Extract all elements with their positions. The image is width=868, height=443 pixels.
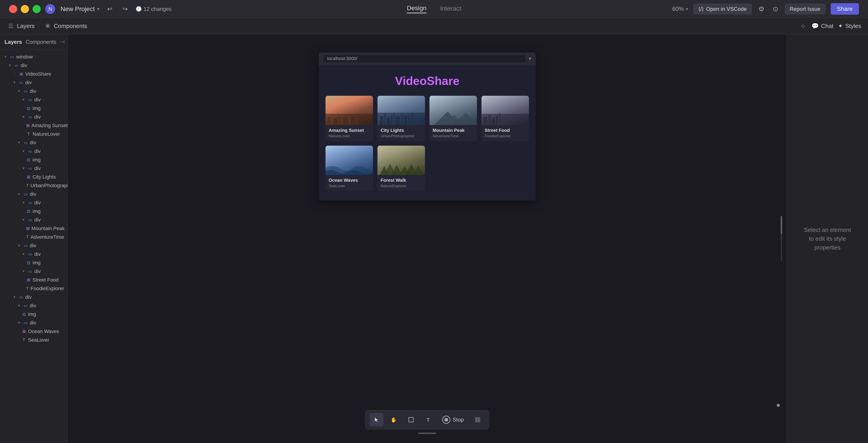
layer-item[interactable]: ▼ ▭ div (0, 241, 68, 250)
frame-tool-button[interactable] (404, 413, 418, 427)
layer-item[interactable]: T AdventureTime (0, 233, 68, 241)
share-button[interactable]: Share (831, 3, 859, 15)
video-card[interactable]: City Lights UrbanPhotographer (377, 96, 425, 141)
app-content: VideoShare (319, 65, 536, 201)
video-thumbnail (482, 96, 529, 125)
image-icon: ⊡ (26, 106, 31, 111)
report-issue-button[interactable]: Report Issue (785, 4, 825, 14)
tab-interact[interactable]: Interact (440, 5, 461, 13)
github-icon[interactable]: ⊙ (771, 4, 780, 14)
project-name[interactable]: New Project ▾ (61, 5, 99, 13)
frame-icon: ▭ (24, 192, 28, 197)
layer-item[interactable]: ▼ ▭ div (0, 87, 68, 96)
layer-item[interactable]: ▼ ▭ div (0, 164, 68, 173)
layer-item[interactable]: ⊞ Amazing Sunset (0, 121, 68, 130)
layer-label: div (34, 148, 41, 154)
zoom-control[interactable]: 60% ▾ (672, 5, 688, 12)
layer-item[interactable]: ▼ ▭ div (0, 199, 68, 207)
frame-icon (408, 417, 414, 423)
layer-item[interactable]: ⊡ img (0, 207, 68, 216)
layer-item[interactable]: ▼ ▭ div (0, 318, 68, 327)
redo-button[interactable]: ↪ (120, 4, 130, 14)
hand-tool-button[interactable]: ✋ (387, 413, 401, 427)
svg-rect-40 (476, 418, 479, 421)
crop-tool-button[interactable] (471, 413, 485, 427)
text-icon: T (26, 183, 29, 188)
layer-item[interactable]: ⊞ City Lights (0, 173, 68, 181)
sidebar-tab-components[interactable]: Components (26, 38, 56, 46)
layer-item[interactable]: ▼ ▭ div (0, 250, 68, 259)
open-vscode-button[interactable]: ⟨/⟩ Open in VSCode (693, 4, 752, 14)
layer-item[interactable]: T SeaLover (0, 336, 68, 344)
layer-item[interactable]: ⊡ img (0, 310, 68, 318)
layer-item[interactable]: ▼ ▭ div (0, 138, 68, 147)
layer-item[interactable]: ▼ ▭ div (0, 78, 68, 87)
layer-label: div (21, 63, 27, 68)
layer-label: UrbanPhotographer (31, 183, 68, 189)
image-icon: ⊡ (26, 158, 31, 162)
video-card[interactable]: Forest Walk NatureExplorer (377, 146, 425, 191)
layer-item[interactable]: ▼ ▭ div (0, 96, 68, 104)
chat-button[interactable]: 💬 Chat (811, 23, 833, 30)
chevron-down-icon: ▼ (22, 149, 25, 153)
video-title: Ocean Waves (329, 178, 370, 183)
video-info: Forest Walk NatureExplorer (377, 175, 425, 191)
layer-label: div (34, 217, 41, 223)
minimize-button[interactable] (21, 5, 29, 13)
layer-item[interactable]: ▼ ▭ div (0, 147, 68, 156)
text-icon: ⊞ (22, 329, 26, 334)
layer-item[interactable]: ▼ ▭ div (0, 113, 68, 121)
sidebar-collapse-button[interactable]: ⊣ (60, 39, 65, 45)
video-title: Mountain Peak (433, 128, 474, 133)
frame-icon: ▭ (28, 149, 33, 154)
layer-item[interactable]: ⊡ img (0, 104, 68, 113)
components-icon[interactable]: ❋ (44, 21, 52, 31)
layer-label: img (33, 208, 40, 214)
layer-label: div (34, 166, 41, 171)
styles-button[interactable]: ✦ Styles (838, 23, 861, 30)
svg-rect-14 (391, 115, 393, 125)
layer-item[interactable]: ⊞ Mountain Peak (0, 224, 68, 233)
toolbar-right: ⊹ 💬 Chat ✦ Styles (799, 21, 861, 31)
video-card[interactable]: Street Food FoodieExplorer (482, 96, 529, 141)
layer-item[interactable]: ▼ ▭ div (0, 216, 68, 224)
layer-item[interactable]: ▼ ▭ div (0, 301, 68, 310)
layers-icon[interactable]: ☰ (7, 21, 15, 31)
undo-button[interactable]: ↩ (105, 4, 115, 14)
layer-item[interactable]: ▼ ▭ div (0, 293, 68, 301)
layer-item[interactable]: ⊡ img (0, 156, 68, 164)
fullscreen-button[interactable] (33, 5, 41, 13)
layer-item[interactable]: ⊞ Ocean Waves (0, 327, 68, 336)
target-icon[interactable]: ⊹ (799, 21, 807, 31)
chevron-down-icon: ▼ (22, 166, 25, 170)
svg-rect-13 (387, 117, 390, 125)
sidebar-tab-layers[interactable]: Layers (4, 38, 22, 46)
settings-icon[interactable]: ⚙ (757, 4, 766, 14)
layer-item[interactable]: ⊞ Street Food (0, 276, 68, 284)
layer-label: div (34, 114, 41, 120)
tab-design[interactable]: Design (407, 4, 427, 13)
layer-item[interactable]: ▼ ▭ div (0, 190, 68, 199)
text-tool-button[interactable]: T (421, 413, 435, 427)
layers-label: Layers (17, 23, 35, 30)
layer-item[interactable]: T UrbanPhotographer (0, 181, 68, 190)
cursor-tool-button[interactable] (370, 413, 383, 427)
image-icon: ⊡ (26, 209, 31, 214)
video-card[interactable]: Ocean Waves SeaLover (326, 146, 373, 191)
video-info: Mountain Peak AdventureTime (430, 125, 477, 141)
scrollbar-thumb[interactable] (781, 216, 782, 234)
close-button[interactable] (9, 5, 17, 13)
video-grid: Amazing Sunset NatureLover (326, 96, 529, 191)
video-card[interactable]: Mountain Peak AdventureTime (430, 96, 477, 141)
layer-item[interactable]: T NatureLover (0, 130, 68, 138)
layer-item[interactable]: ▼ ▭ div (0, 267, 68, 276)
layer-item[interactable]: ▼ ▭ window (0, 53, 68, 61)
canvas-scrollbar[interactable] (781, 216, 782, 261)
layer-item[interactable]: ⋮ ⊞ VideoShare (0, 70, 68, 78)
video-card[interactable]: Amazing Sunset NatureLover (326, 96, 373, 141)
browser-url[interactable]: localhost:3000/ (323, 55, 526, 63)
layer-item[interactable]: T FoodieExplorer (0, 284, 68, 293)
layer-item[interactable]: ▼ ▭ div (0, 61, 68, 70)
stop-button[interactable]: Stop (438, 414, 467, 425)
layer-item[interactable]: ⊡ img (0, 259, 68, 267)
